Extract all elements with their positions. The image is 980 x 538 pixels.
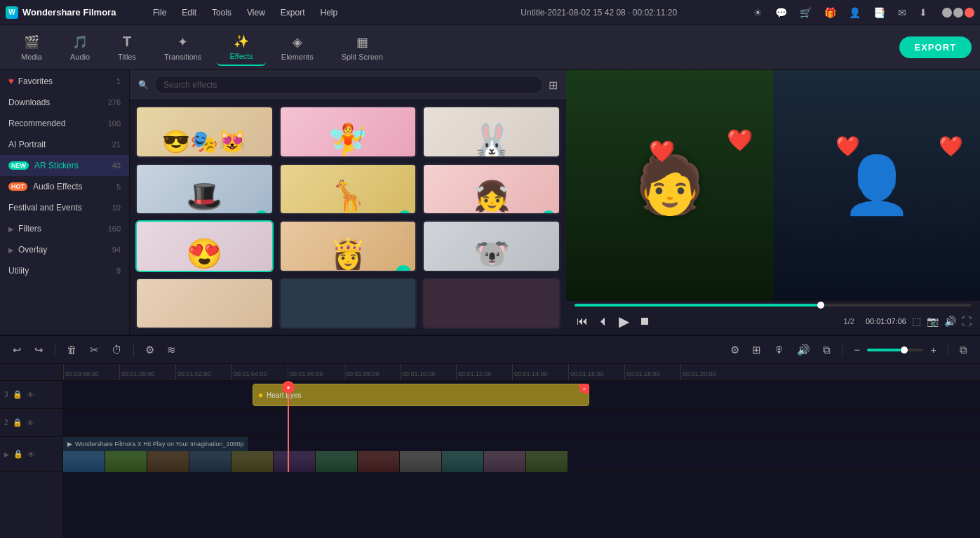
track-row-3: ★ Heart Eyes × bbox=[63, 381, 980, 409]
effect-card-gentleman[interactable]: 🎩 ⬇ Gentleman bbox=[135, 163, 274, 215]
heart-eyes-thumb: 😍 bbox=[137, 222, 272, 272]
zoom-out-button[interactable]: − bbox=[850, 342, 864, 358]
toolbar-media[interactable]: 🎬 Media bbox=[8, 30, 55, 65]
track-settings-button[interactable]: ⚙ bbox=[726, 342, 744, 358]
preview-progress-bar[interactable] bbox=[575, 304, 972, 307]
audio-settings-button[interactable]: ⚙ bbox=[141, 342, 159, 358]
cart-icon[interactable]: 🛒 bbox=[796, 5, 815, 20]
delete-button[interactable]: 🗑 bbox=[62, 342, 81, 358]
ruler-spacer bbox=[0, 364, 62, 381]
user-icon[interactable]: 👤 bbox=[845, 5, 864, 20]
sidebar-item-ai-portrait[interactable]: AI Portrait 21 bbox=[0, 134, 129, 155]
snap-button[interactable]: ⊞ bbox=[748, 342, 765, 358]
menu-edit[interactable]: Edit bbox=[175, 5, 203, 20]
stop-button[interactable]: ⏹ bbox=[637, 313, 652, 330]
track-label-2: 2 🔒 👁 bbox=[0, 409, 62, 437]
screenshot-icon[interactable]: 📷 bbox=[927, 316, 939, 327]
effect-card-koala[interactable]: 🐨 Koala bbox=[422, 220, 561, 272]
effect-card-fluffy-rabbit[interactable]: 🐰 Fluffy Rabbit bbox=[422, 106, 561, 158]
effect-card-emojis[interactable]: 😎🎭😻 Emojis bbox=[135, 106, 274, 158]
menu-file[interactable]: File bbox=[146, 5, 173, 20]
track2-eye-icon[interactable]: 👁 bbox=[27, 419, 34, 427]
menu-view[interactable]: View bbox=[240, 5, 272, 20]
sidebar-item-recommended[interactable]: Recommended 100 bbox=[0, 113, 129, 134]
preview-scene: 🧑 ❤️ ❤️ 👤 ❤️ ❤️ bbox=[566, 70, 980, 300]
more2-thumb bbox=[281, 279, 416, 330]
effect-card-more1[interactable] bbox=[135, 278, 274, 330]
effect-card-giraffe[interactable]: 🦒 ⬇ Giraffe bbox=[279, 163, 417, 215]
effect-card-more3[interactable] bbox=[422, 278, 561, 330]
menu-export[interactable]: Export bbox=[274, 5, 312, 20]
layout-toggle-button[interactable]: ⧉ bbox=[955, 342, 972, 358]
close-button[interactable]: × bbox=[965, 8, 974, 18]
effect-card-fairy[interactable]: 🧚 Fairy bbox=[279, 106, 417, 158]
effect-card-indian[interactable]: 👸 ♡ + Indian bbox=[279, 220, 417, 272]
heart-eyes-clip[interactable]: ★ Heart Eyes × bbox=[253, 384, 589, 406]
speaker-icon[interactable]: 🔊 bbox=[944, 316, 956, 327]
sun-icon[interactable]: ☀ bbox=[750, 5, 766, 20]
sidebar-item-filters[interactable]: ▶ Filters 160 bbox=[0, 218, 129, 239]
audio-record-button[interactable]: 🎙 bbox=[770, 342, 788, 358]
ruler-tick-10: 00:01:18:00 bbox=[624, 364, 680, 380]
effect-card-heart-cheeks[interactable]: 👧❤❤ ⬇ Heart Cheeks bbox=[422, 163, 561, 215]
track-row-2 bbox=[63, 409, 980, 437]
film-frame-7 bbox=[316, 451, 358, 472]
frame-back-button[interactable]: ⏴ bbox=[596, 313, 611, 330]
expand-icon[interactable]: ⛶ bbox=[962, 316, 972, 327]
export-button[interactable]: EXPORT bbox=[899, 36, 972, 58]
cut-button[interactable]: ✂ bbox=[86, 342, 103, 358]
sidebar-item-ar-stickers[interactable]: NEW AR Stickers 40 bbox=[0, 155, 129, 176]
preview-person-left: 🧑 ❤️ ❤️ bbox=[566, 70, 773, 300]
toolbar-transitions[interactable]: ✦ Transitions bbox=[152, 30, 214, 65]
mail-icon[interactable]: ✉ bbox=[894, 5, 910, 20]
toolbar-titles[interactable]: T Titles bbox=[105, 29, 149, 65]
maximize-button[interactable]: □ bbox=[953, 8, 963, 18]
voice-button[interactable]: 🔊 bbox=[793, 342, 814, 358]
toolbar-audio[interactable]: 🎵 Audio bbox=[58, 30, 102, 65]
duration-button[interactable]: ⏱ bbox=[107, 342, 126, 358]
monitor-icon[interactable]: ⬚ bbox=[912, 316, 921, 327]
undo-button[interactable]: ↩ bbox=[8, 342, 26, 358]
ruler-tick-4: 00:01:06:00 bbox=[288, 364, 344, 380]
menu-help[interactable]: Help bbox=[314, 5, 345, 20]
redo-button[interactable]: ↪ bbox=[30, 342, 48, 358]
gentleman-download-icon: ⬇ bbox=[255, 210, 269, 215]
step-back-button[interactable]: ⏮ bbox=[575, 313, 590, 330]
sidebar-downloads-count: 276 bbox=[108, 98, 121, 107]
grid-view-icon[interactable]: ⊞ bbox=[549, 79, 558, 92]
sidebar-item-overlay[interactable]: ▶ Overlay 94 bbox=[0, 239, 129, 260]
ruler-tick-11: 00:01:20:00 bbox=[680, 364, 737, 380]
toolbar-elements[interactable]: ◈ Elements bbox=[269, 30, 326, 65]
chat-icon[interactable]: 💬 bbox=[772, 5, 791, 20]
menu-tools[interactable]: Tools bbox=[205, 5, 239, 20]
sidebar-item-festival[interactable]: Festival and Events 10 bbox=[0, 197, 129, 218]
effect-card-heart-eyes[interactable]: 😍 Heart Eyes bbox=[135, 220, 274, 272]
playhead-indicator: ● bbox=[282, 381, 295, 394]
effect-clip-close-button[interactable]: × bbox=[579, 384, 589, 394]
bookmark-icon[interactable]: 📑 bbox=[870, 5, 889, 20]
toolbar-effects[interactable]: ✨ Effects bbox=[217, 29, 265, 66]
play-button[interactable]: ▶ bbox=[617, 311, 631, 332]
track3-lock-icon[interactable]: 🔒 bbox=[13, 390, 22, 399]
split-clip-button[interactable]: ⧉ bbox=[819, 342, 835, 358]
video-lock-icon[interactable]: 🔒 bbox=[13, 450, 23, 459]
effects-search-input[interactable] bbox=[154, 76, 543, 94]
sidebar-item-favorites[interactable]: ♥ Favorites 1 bbox=[0, 70, 129, 92]
toolbar-split-screen[interactable]: ▦ Split Screen bbox=[329, 30, 396, 65]
sidebar-item-downloads[interactable]: Downloads 276 bbox=[0, 92, 129, 113]
minimize-button[interactable]: – bbox=[942, 8, 952, 18]
gift-icon[interactable]: 🎁 bbox=[821, 5, 840, 20]
track3-eye-icon[interactable]: 👁 bbox=[27, 391, 34, 399]
track2-lock-icon[interactable]: 🔒 bbox=[13, 418, 22, 427]
zoom-bar[interactable] bbox=[867, 349, 923, 351]
zoom-in-button[interactable]: + bbox=[926, 342, 941, 358]
video-eye-icon[interactable]: 👁 bbox=[27, 450, 35, 459]
sidebar-downloads-label: Downloads bbox=[8, 97, 104, 107]
sidebar-item-audio-effects[interactable]: HOT Audio Effects 5 bbox=[0, 176, 129, 197]
toolbar-audio-label: Audio bbox=[70, 53, 90, 61]
effect-card-more2[interactable] bbox=[279, 278, 417, 330]
indian-plus-icon[interactable]: + bbox=[396, 265, 411, 272]
download-icon[interactable]: ⬇ bbox=[915, 5, 931, 20]
sidebar-item-utility[interactable]: Utility 9 bbox=[0, 260, 129, 281]
waveform-button[interactable]: ≋ bbox=[163, 342, 180, 358]
